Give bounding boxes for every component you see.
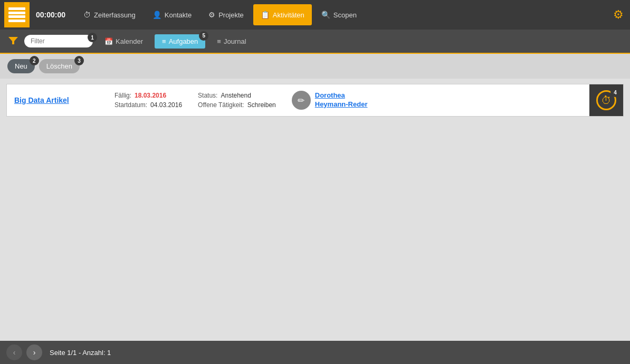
projekte-icon: ⚙ (208, 11, 215, 19)
neu-button[interactable]: Neu 2 (7, 59, 35, 73)
tab-journal-label: Journal (224, 37, 246, 45)
offene-taetig-label: Offene Tätigkeit: (198, 101, 244, 109)
nav-item-zeiterfassung[interactable]: ⏱ Zeiterfassung (76, 4, 143, 25)
scopen-icon: 🔍 (321, 11, 330, 19)
offene-taetig-row: Offene Tätigkeit: Schreiben (198, 101, 276, 109)
filter-icon-button[interactable] (6, 34, 20, 49)
kontakte-icon: 👤 (152, 11, 161, 19)
tab-journal[interactable]: ≡ Journal (209, 34, 253, 49)
loeschen-badge: 3 (74, 56, 84, 65)
nav-item-kontakte[interactable]: 👤 Kontakte (145, 4, 199, 25)
action-bar: Neu 2 Löschen 3 (0, 54, 630, 79)
startdatum-value: 04.03.2016 (150, 101, 182, 109)
journal-icon: ≡ (217, 37, 221, 45)
page-info: Seite 1/1 - Anzahl: 1 (50, 349, 111, 357)
row-badge: 4 (610, 88, 620, 97)
assignee-name-line1: Dorothea (315, 91, 345, 99)
nav-items: ⏱ Zeiterfassung 👤 Kontakte ⚙ Projekte 📋 … (76, 4, 611, 25)
filter-input-wrapper: 1 (24, 35, 93, 47)
nav-label-scopen: Scopen (333, 11, 357, 19)
filter-icon (8, 37, 18, 44)
task-timer-button[interactable]: ⏱ 4 (589, 84, 623, 116)
faellig-label: Fällig: (114, 92, 131, 99)
status-value: Anstehend (221, 92, 251, 99)
task-main-content: Big Data Artikel Fällig: 18.03.2016 Star… (7, 84, 589, 116)
aktivitaeten-icon: 📋 (261, 11, 270, 19)
table-row: Big Data Artikel Fällig: 18.03.2016 Star… (6, 84, 624, 117)
loeschen-label: Löschen (46, 62, 72, 70)
kalender-icon: 📅 (104, 37, 113, 45)
neu-badge: 2 (30, 56, 39, 65)
toolbar: 1 📅 Kalender ≡ Aufgaben 5 ≡ Journal (0, 30, 630, 54)
nav-item-projekte[interactable]: ⚙ Projekte (201, 4, 251, 25)
tab-aufgaben-label: Aufgaben (169, 37, 198, 45)
offene-taetig-value: Schreiben (247, 101, 276, 109)
avatar: ✏ (292, 91, 311, 110)
startdatum-row: Startdatum: 04.03.2016 (114, 101, 182, 109)
nav-item-aktivitaeten[interactable]: 📋 Aktivitäten (253, 4, 312, 25)
nav-item-scopen[interactable]: 🔍 Scopen (314, 4, 364, 25)
next-page-button[interactable]: › (26, 344, 42, 360)
app-logo[interactable] (4, 2, 30, 27)
assignee-name-line2: Heymann-Reder (315, 100, 368, 108)
timer-display: 00:00:00 (36, 11, 65, 19)
neu-label: Neu (15, 62, 27, 70)
task-title[interactable]: Big Data Artikel (14, 96, 99, 104)
assignee-name[interactable]: Dorothea Heymann-Reder (315, 91, 368, 109)
svg-marker-0 (8, 37, 18, 44)
prev-page-button[interactable]: ‹ (6, 344, 22, 360)
bottom-bar: ‹ › Seite 1/1 - Anzahl: 1 (0, 341, 630, 364)
aufgaben-icon: ≡ (162, 37, 166, 45)
task-assignee: ✏ Dorothea Heymann-Reder (292, 91, 376, 110)
logo-icon (8, 7, 25, 22)
main-content: Big Data Artikel Fällig: 18.03.2016 Star… (0, 79, 630, 342)
tab-kalender[interactable]: 📅 Kalender (97, 34, 150, 49)
loeschen-button[interactable]: Löschen 3 (39, 59, 80, 73)
aufgaben-badge: 5 (199, 31, 208, 41)
task-status-fields: Status: Anstehend Offene Tätigkeit: Schr… (198, 92, 276, 109)
task-date-fields: Fällig: 18.03.2016 Startdatum: 04.03.201… (114, 92, 182, 109)
filter-input[interactable] (24, 35, 93, 47)
faellig-value: 18.03.2016 (135, 92, 166, 99)
nav-label-projekte: Projekte (218, 11, 244, 19)
faellig-row: Fällig: 18.03.2016 (114, 92, 182, 99)
zeiterfassung-icon: ⏱ (83, 11, 91, 19)
settings-button[interactable]: ⚙ (611, 6, 626, 24)
tab-aufgaben[interactable]: ≡ Aufgaben 5 (155, 34, 205, 49)
nav-label-aktivitaeten: Aktivitäten (273, 11, 304, 19)
top-navigation: 00:00:00 ⏱ Zeiterfassung 👤 Kontakte ⚙ Pr… (0, 0, 630, 30)
status-row: Status: Anstehend (198, 92, 276, 99)
status-label: Status: (198, 92, 217, 99)
nav-label-kontakte: Kontakte (165, 11, 192, 19)
tab-kalender-label: Kalender (116, 37, 143, 45)
filter-badge: 1 (88, 33, 97, 42)
nav-label-zeiterfassung: Zeiterfassung (94, 11, 136, 19)
startdatum-label: Startdatum: (114, 101, 147, 109)
